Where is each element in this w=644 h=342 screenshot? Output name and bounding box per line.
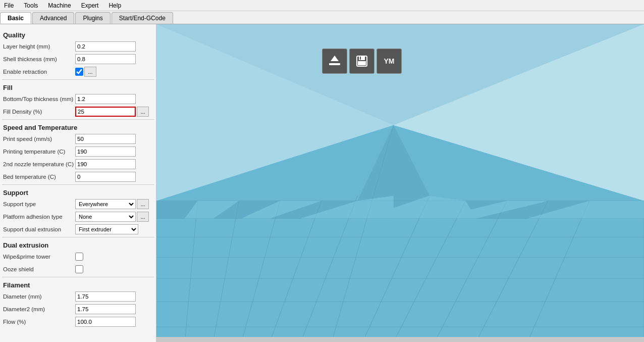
- shell-thickness-row: Shell thickness (mm): [2, 54, 154, 65]
- enable-retraction-dots[interactable]: ...: [84, 67, 96, 77]
- svg-marker-1: [331, 56, 339, 61]
- bottom-top-thickness-row: Bottom/Top thickness (mm): [2, 93, 154, 105]
- tab-startend-gcode[interactable]: Start/End-GCode: [112, 12, 173, 24]
- bottom-top-thickness-input[interactable]: [75, 94, 136, 104]
- flow-label: Flow (%): [2, 319, 75, 325]
- nozzle2-temp-row: 2nd nozzle temperature (C): [2, 159, 154, 170]
- svg-rect-49: [156, 337, 644, 342]
- support-type-label: Support type: [2, 201, 75, 207]
- wipe-prime-label: Wipe&prime tower: [2, 254, 75, 260]
- printing-temp-input[interactable]: [75, 146, 136, 157]
- layer-height-label: Layer height (mm): [2, 43, 75, 50]
- enable-retraction-row: Enable retraction ...: [2, 66, 154, 77]
- ooze-shield-row: Ooze shield: [2, 264, 154, 275]
- main-container: Quality Layer height (mm) Shell thicknes…: [0, 24, 644, 342]
- ym-label: YM: [384, 57, 395, 65]
- layer-height-input[interactable]: [75, 41, 136, 52]
- layer-height-row: Layer height (mm): [2, 41, 154, 52]
- wipe-prime-row: Wipe&prime tower: [2, 251, 154, 262]
- diameter2-input[interactable]: [75, 304, 136, 314]
- settings-panel: Quality Layer height (mm) Shell thicknes…: [0, 24, 156, 342]
- print-speed-row: Print speed (mm/s): [2, 133, 154, 144]
- bottom-top-thickness-label: Bottom/Top thickness (mm): [2, 96, 75, 102]
- printing-temp-row: Printing temperature (C): [2, 146, 154, 157]
- flow-input[interactable]: [75, 317, 136, 327]
- menu-help[interactable]: Help: [106, 1, 123, 10]
- fill-density-input[interactable]: [75, 107, 136, 117]
- platform-adhesion-select[interactable]: None Brim Raft: [75, 212, 136, 222]
- quality-section-header: Quality: [2, 31, 154, 39]
- ooze-shield-checkbox[interactable]: [75, 265, 83, 273]
- support-section-header: Support: [2, 189, 154, 197]
- fill-density-dots[interactable]: ...: [137, 107, 149, 117]
- menu-tools[interactable]: Tools: [22, 1, 40, 10]
- print-speed-label: Print speed (mm/s): [2, 136, 75, 142]
- fill-density-row: Fill Density (%) ...: [2, 106, 154, 117]
- support-type-row: Support type Everywhere Touching buildpl…: [2, 199, 154, 210]
- dual-extrusion-section-header: Dual extrusion: [2, 241, 154, 249]
- diameter-row: Diameter (mm): [2, 291, 154, 302]
- support-dual-label: Support dual extrusion: [2, 226, 75, 232]
- svg-rect-0: [329, 63, 340, 65]
- bed-temp-row: Bed temperature (C): [2, 171, 154, 182]
- menu-machine[interactable]: Machine: [46, 1, 73, 10]
- menu-bar: File Tools Machine Expert Help: [0, 0, 644, 11]
- toolbar-ym-btn[interactable]: YM: [377, 48, 402, 74]
- tab-basic[interactable]: Basic: [0, 12, 31, 24]
- platform-adhesion-label: Platform adhesion type: [2, 214, 75, 220]
- toolbar: YM: [322, 48, 402, 74]
- shell-thickness-label: Shell thickness (mm): [2, 56, 75, 62]
- nozzle2-temp-label: 2nd nozzle temperature (C): [2, 161, 75, 167]
- tab-advanced[interactable]: Advanced: [32, 12, 74, 24]
- fill-density-label: Fill Density (%): [2, 109, 75, 115]
- svg-rect-3: [359, 56, 365, 60]
- diameter2-label: Diameter2 (mm): [2, 306, 75, 312]
- support-dual-select[interactable]: First extruder Second extruder Both: [75, 224, 138, 234]
- nozzle2-temp-input[interactable]: [75, 159, 136, 169]
- speed-temp-section-header: Speed and Temperature: [2, 124, 154, 131]
- tab-bar: Basic Advanced Plugins Start/End-GCode: [0, 11, 644, 24]
- wipe-prime-checkbox[interactable]: [75, 253, 83, 261]
- platform-adhesion-dots[interactable]: ...: [137, 212, 149, 222]
- toolbar-save-btn[interactable]: [349, 48, 374, 74]
- flow-row: Flow (%): [2, 316, 154, 327]
- menu-expert[interactable]: Expert: [79, 1, 101, 10]
- 3d-viewport[interactable]: YM: [156, 24, 644, 342]
- svg-rect-5: [360, 57, 361, 60]
- tab-plugins[interactable]: Plugins: [75, 12, 110, 24]
- enable-retraction-label: Enable retraction: [2, 69, 75, 75]
- platform-adhesion-row: Platform adhesion type None Brim Raft ..…: [2, 211, 154, 222]
- diameter2-row: Diameter2 (mm): [2, 304, 154, 315]
- bed-temp-label: Bed temperature (C): [2, 174, 75, 180]
- diameter-label: Diameter (mm): [2, 294, 75, 300]
- support-dual-row: Support dual extrusion First extruder Se…: [2, 224, 154, 235]
- support-type-dots[interactable]: ...: [137, 199, 149, 209]
- svg-rect-4: [358, 61, 366, 65]
- support-type-select[interactable]: Everywhere Touching buildplate None: [75, 199, 136, 209]
- ooze-shield-label: Ooze shield: [2, 266, 75, 272]
- shell-thickness-input[interactable]: [75, 54, 136, 64]
- toolbar-load-btn[interactable]: [322, 48, 347, 74]
- printing-temp-label: Printing temperature (C): [2, 149, 75, 155]
- filament-section-header: Filament: [2, 281, 154, 289]
- diameter-input[interactable]: [75, 291, 136, 302]
- bed-temp-input[interactable]: [75, 172, 136, 182]
- fill-section-header: Fill: [2, 84, 154, 91]
- enable-retraction-checkbox[interactable]: [75, 68, 83, 76]
- print-speed-input[interactable]: [75, 134, 136, 144]
- menu-file[interactable]: File: [2, 1, 16, 10]
